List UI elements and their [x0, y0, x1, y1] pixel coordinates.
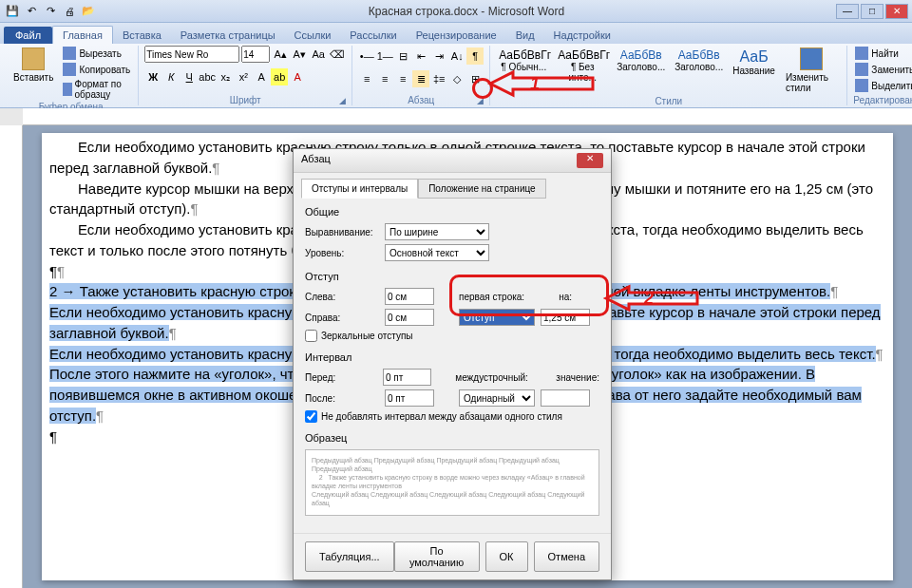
horizontal-ruler[interactable] — [23, 108, 912, 125]
group-font: A▴ A▾ Aa ⌫ Ж К Ч abc x₂ x² A ab A Шрифт◢ — [139, 46, 352, 105]
paragraph-launcher-icon[interactable]: ◢ — [477, 96, 484, 105]
tab-insert[interactable]: Вставка — [113, 27, 171, 44]
paste-icon — [22, 47, 45, 70]
paste-label: Вставить — [13, 72, 53, 83]
file-tab[interactable]: Файл — [4, 27, 52, 44]
ribbon: Вставить Вырезать Копировать Формат по о… — [0, 44, 912, 108]
no-space-checkbox[interactable]: Не добавлять интервал между абзацами одн… — [305, 410, 599, 423]
tab-home[interactable]: Главная — [52, 26, 113, 44]
justify-button[interactable]: ≣ — [412, 70, 429, 87]
clear-format-button[interactable]: ⌫ — [329, 46, 346, 63]
line-spacing-button[interactable]: ‡≡ — [430, 70, 447, 87]
underline-button[interactable]: Ч — [180, 68, 198, 85]
default-button[interactable]: По умолчанию — [394, 541, 480, 572]
spacing-at-input[interactable] — [541, 389, 590, 407]
numbering-button[interactable]: 1― — [376, 47, 393, 65]
alignment-select[interactable]: По ширине — [385, 223, 489, 240]
replace-button[interactable]: Заменить — [853, 62, 912, 77]
qat-open-icon[interactable]: 📂 — [80, 3, 97, 20]
shrink-font-button[interactable]: A▾ — [291, 46, 308, 63]
tab-review[interactable]: Рецензирование — [407, 27, 506, 44]
tabs-button[interactable]: Табуляция... — [305, 541, 394, 572]
style-nospacing[interactable]: АаБбВвГг¶ Без инте... — [555, 46, 610, 85]
multilevel-button[interactable]: ⊟ — [394, 47, 411, 65]
level-select[interactable]: Основной текст — [385, 244, 489, 261]
tab-addins[interactable]: Надстройки — [544, 27, 620, 44]
style-heading2[interactable]: АаБбВвЗаголово... — [672, 46, 726, 75]
text-effects-button[interactable]: A — [253, 68, 270, 85]
grow-font-button[interactable]: A▴ — [272, 46, 289, 63]
show-marks-button[interactable]: ¶ — [466, 47, 484, 65]
select-button[interactable]: Выделить — [853, 78, 912, 93]
maximize-button[interactable]: □ — [861, 4, 884, 19]
italic-button[interactable]: К — [162, 68, 180, 85]
tab-view[interactable]: Вид — [506, 27, 544, 44]
dialog-titlebar[interactable]: Абзац ✕ — [294, 149, 611, 173]
section-spacing: Интервал — [305, 351, 599, 363]
font-color-button[interactable]: A — [289, 68, 306, 85]
space-after-label: После: — [305, 393, 379, 404]
find-icon — [855, 47, 868, 60]
space-before-input[interactable]: 0 пт — [383, 369, 431, 386]
subscript-button[interactable]: x₂ — [217, 68, 234, 85]
first-line-label: первая строка: — [459, 292, 524, 302]
font-name-input[interactable] — [144, 46, 239, 63]
decrease-indent-button[interactable]: ⇤ — [412, 47, 429, 65]
superscript-button[interactable]: x² — [235, 68, 252, 85]
change-styles-button[interactable]: Изменить стили — [782, 46, 841, 95]
close-button[interactable]: ✕ — [885, 4, 908, 19]
indent-right-input[interactable]: 0 см — [385, 309, 434, 326]
highlight-button[interactable]: ab — [271, 68, 288, 85]
tab-layout[interactable]: Разметка страницы — [171, 27, 285, 44]
group-paragraph: •― 1― ⊟ ⇤ ⇥ A↓ ¶ ≡ ≡ ≡ ≣ ‡≡ ◇ ⊞ Абзац◢ — [352, 46, 490, 105]
ok-button[interactable]: ОК — [485, 541, 528, 572]
shading-button[interactable]: ◇ — [448, 70, 466, 87]
change-styles-icon — [800, 47, 823, 70]
copy-icon — [63, 63, 76, 76]
indent-by-input[interactable]: 1,25 см — [541, 309, 590, 326]
style-title[interactable]: АаБНазвание — [730, 46, 778, 79]
indent-right-label: Справа: — [305, 313, 379, 323]
section-indent: Отступ — [305, 271, 599, 282]
qat-undo-icon[interactable]: ↶ — [23, 3, 40, 20]
cancel-button[interactable]: Отмена — [534, 541, 599, 572]
bullets-button[interactable]: •― — [358, 47, 375, 65]
tab-references[interactable]: Ссылки — [285, 27, 341, 44]
qat-print-icon[interactable]: 🖨 — [61, 3, 78, 20]
borders-button[interactable]: ⊞ — [466, 70, 484, 87]
style-heading1[interactable]: АаБбВвЗаголово... — [614, 46, 668, 75]
first-line-select[interactable]: Отступ — [459, 309, 535, 326]
mirror-indents-checkbox[interactable]: Зеркальные отступы — [305, 330, 599, 342]
format-painter-button[interactable]: Формат по образцу — [61, 78, 132, 101]
qat-save-icon[interactable]: 💾 — [4, 3, 21, 20]
strike-button[interactable]: abc — [199, 68, 216, 85]
change-case-button[interactable]: Aa — [310, 46, 327, 63]
dialog-tab-indents[interactable]: Отступы и интервалы — [301, 179, 418, 199]
tab-mailings[interactable]: Рассылки — [340, 27, 406, 44]
minimize-button[interactable]: — — [836, 4, 859, 19]
font-launcher-icon[interactable]: ◢ — [339, 96, 346, 105]
align-right-button[interactable]: ≡ — [394, 70, 411, 87]
space-after-input[interactable]: 0 пт — [385, 389, 434, 407]
paste-button[interactable]: Вставить — [10, 46, 57, 85]
vertical-ruler[interactable] — [0, 125, 23, 588]
qat-redo-icon[interactable]: ↷ — [42, 3, 59, 20]
align-center-button[interactable]: ≡ — [376, 70, 393, 87]
align-left-button[interactable]: ≡ — [358, 70, 375, 87]
font-size-input[interactable] — [241, 46, 270, 63]
sort-button[interactable]: A↓ — [448, 47, 466, 65]
select-icon — [855, 79, 868, 92]
dialog-close-button[interactable]: ✕ — [577, 153, 603, 168]
indent-left-input[interactable]: 0 см — [385, 288, 434, 305]
dialog-tab-position[interactable]: Положение на странице — [418, 179, 545, 199]
cut-button[interactable]: Вырезать — [61, 46, 132, 61]
titlebar: 💾 ↶ ↷ 🖨 📂 Красная строка.docx - Microsof… — [0, 0, 912, 23]
style-normal[interactable]: АаБбВвГг¶ Обычн... — [496, 46, 551, 75]
find-button[interactable]: Найти — [853, 46, 912, 61]
bold-button[interactable]: Ж — [144, 68, 162, 85]
increase-indent-button[interactable]: ⇥ — [430, 47, 447, 65]
ribbon-tabs: Файл Главная Вставка Разметка страницы С… — [0, 23, 912, 44]
line-spacing-select[interactable]: Одинарный — [459, 389, 535, 407]
section-preview: Образец — [305, 432, 599, 444]
copy-button[interactable]: Копировать — [61, 62, 132, 77]
